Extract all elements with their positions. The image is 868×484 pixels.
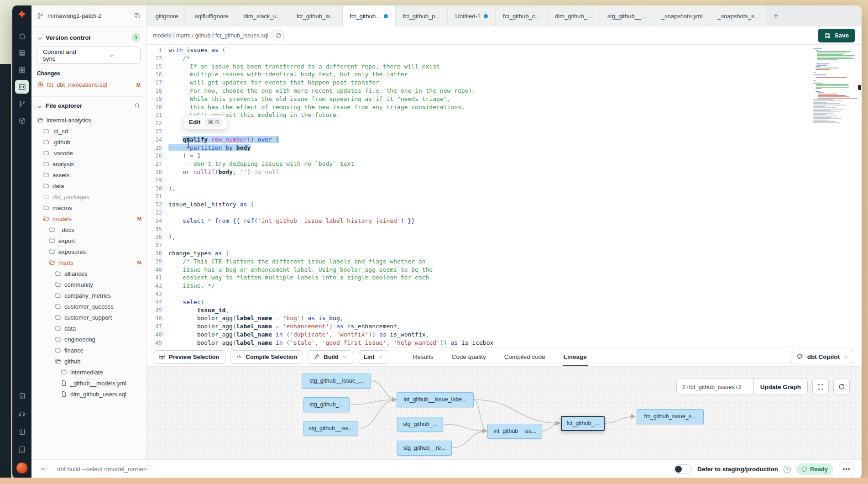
scrollbar-thumb[interactable] [858,85,861,90]
tree-item-intermediate[interactable]: intermediate [31,367,146,378]
tab-stg-github-[interactable]: stg_github__... [600,5,654,26]
update-graph-button[interactable]: Update Graph [753,379,807,395]
tree-item--docs[interactable]: _docs [31,224,146,235]
lineage-node-stg-github-issue-[interactable]: stg_github__issue_... [302,374,371,389]
version-control-header[interactable]: Version control 1 [37,31,141,47]
tree-item-alliances[interactable]: alliances [31,268,146,279]
code-line[interactable]: 32issue_label_history as ( [146,200,862,209]
tree-item-exposures[interactable]: exposures [31,246,146,257]
code-line[interactable]: 26 ) = 1 [146,152,862,160]
code-line[interactable]: 49 boolor_agg(label_name in ('stale', 'g… [146,339,862,347]
support-icon[interactable] [15,407,29,421]
compile-selection-button[interactable]: Compile Selection [230,350,303,364]
lineage-node-stg-github-iss-[interactable]: stg_github__iss... [303,421,358,436]
git-branch-icon[interactable] [15,97,29,110]
lineage-node-stg-github-[interactable]: stg_github_... [397,417,443,432]
refresh-button[interactable] [833,379,850,395]
tree-item-engineering[interactable]: engineering [31,334,146,345]
save-button[interactable]: Save [818,29,855,42]
copilot-badge-icon[interactable] [273,30,284,41]
tree-item-macros[interactable]: macros [31,202,146,213]
tree-item-company-metrics[interactable]: company_metrics [31,290,146,301]
code-line[interactable]: 41 easiest way to flatten multiple label… [146,274,862,282]
code-line[interactable]: 19 While this prevents the old issue fro… [146,95,862,103]
code-line[interactable]: 13 /* [146,54,862,63]
code-line[interactable]: 15 If an issue has been transferred to a… [146,63,862,71]
tree-item-github[interactable]: github [31,356,146,367]
code-line[interactable]: 37 [146,241,862,249]
tab-dim-slack-u-[interactable]: dim_slack_u... [236,5,289,26]
code-line[interactable]: 18 For now, choose the one with more rec… [146,87,862,95]
tab-Untitled-1[interactable]: Untitled-1 [448,5,496,26]
tree-item-export[interactable]: export [31,235,146,246]
code-line[interactable]: 40 issue has a bug or enhancement label.… [146,266,862,274]
code-line[interactable]: 25······partition by body [146,144,862,152]
tree-item-analysis[interactable]: analysis [31,158,146,169]
tree-item-dbt-packages[interactable]: dbt_packages [31,191,146,202]
panel-tab-results[interactable]: Results [412,347,434,366]
search-icon[interactable] [134,102,141,109]
code-line[interactable]: 33 [146,209,862,217]
apps-icon[interactable] [15,63,29,77]
lineage-node-int-github-issue-labe-[interactable]: int_github__issue_labe... [397,392,474,407]
tab--snapshots-yml[interactable]: _snapshots.yml [654,5,710,26]
tree-item-dim-github-users-sql[interactable]: dim_github_users.sql [31,389,146,400]
lineage-node-int-github-iss-[interactable]: int_github__iss... [487,424,542,439]
code-line[interactable]: 23 [146,127,862,136]
code-line[interactable]: 44 select [146,298,862,306]
ide-icon[interactable] [15,80,29,94]
code-line[interactable]: 42 issue. */ [146,282,862,290]
code-line[interactable]: 30), [146,184,862,193]
new-tab-button[interactable]: + [767,5,785,26]
collapse-panel-button[interactable] [36,463,49,476]
tree-item-data[interactable]: data [31,180,146,191]
lineage-selector-input[interactable] [677,379,753,395]
tree-item--github-models-yml[interactable]: _github__models.yml [31,378,146,389]
tree-item--ci-cd[interactable]: .ci_cd [31,126,146,137]
code-line[interactable]: 22 [146,119,862,127]
build-button[interactable]: Build [308,350,353,364]
code-line[interactable]: 39 /* This CTE flattens the different is… [146,258,862,266]
tree-item-finance[interactable]: finance [31,345,146,356]
tab-fct-github-c-[interactable]: fct_github_c... [496,5,548,26]
tree-item--github[interactable]: .github [31,137,146,147]
tree-item--vscode[interactable]: .vscode [31,147,146,158]
code-editor[interactable]: 1with issues as (13 /*15 If an issue has… [146,45,862,347]
defer-toggle[interactable] [674,464,692,474]
tab--snapshots-s-[interactable]: _snapshots_s... [710,5,767,26]
warehouse-icon[interactable] [15,46,29,60]
code-line[interactable]: 27 -- don't try deduping issues with no … [146,160,862,168]
code-line[interactable]: 17 will get updates for events that happ… [146,79,862,87]
lineage-node-stg-github-re-[interactable]: stg_github__re... [397,441,452,456]
tree-item-models[interactable]: modelsM [31,213,146,224]
tree-item-internal-analytics[interactable]: internal-analytics [31,115,146,126]
tasks-icon[interactable] [15,389,29,403]
code-line[interactable]: 24 qualify row_number() over ( [146,136,862,144]
preview-selection-button[interactable]: Preview Selection [153,350,225,364]
code-line[interactable]: 35 [146,225,862,233]
tab-fct-github-[interactable]: fct_github... [343,5,396,26]
tree-item-marts[interactable]: martsM [31,257,146,268]
lint-button[interactable]: Lint [358,350,389,364]
tree-item-customer-support[interactable]: customer_support [31,312,146,323]
home-icon[interactable] [15,29,29,43]
dbt-logo[interactable] [16,9,28,21]
status-badge[interactable]: Ready [796,463,833,475]
lineage-node-fct-github-issue-s-[interactable]: fct_github_issue_s... [637,409,704,424]
user-avatar[interactable] [16,462,28,474]
code-line[interactable]: 20 this has the effect of removing the n… [146,103,862,111]
tab-fct-github-p-[interactable]: fct_github_p... [396,5,448,26]
file-explorer-header[interactable]: File explorer [31,97,146,114]
commit-and-sync-button[interactable]: Commit and sync [37,47,141,64]
copy-icon[interactable] [134,12,141,19]
command-input[interactable]: dbt build --select <model_name> [57,466,147,473]
code-line[interactable]: 34 select * from {{ ref('int_github__iss… [146,217,862,225]
code-line[interactable]: 21 Let's revisit this modeling in the fu… [146,111,862,119]
code-line[interactable]: 38change_types as ( [146,249,862,258]
tree-item-data[interactable]: data [31,323,146,334]
tab--sqlfluffignore[interactable]: .sqlfluffignore [186,5,236,26]
minimap[interactable] [813,48,857,124]
code-line[interactable]: 48 boolor_agg(label_name in ('duplicate'… [146,331,862,339]
lineage-node-fct-github-[interactable]: fct_github_... [561,416,605,431]
panel-tab-lineage[interactable]: Lineage [563,347,588,366]
